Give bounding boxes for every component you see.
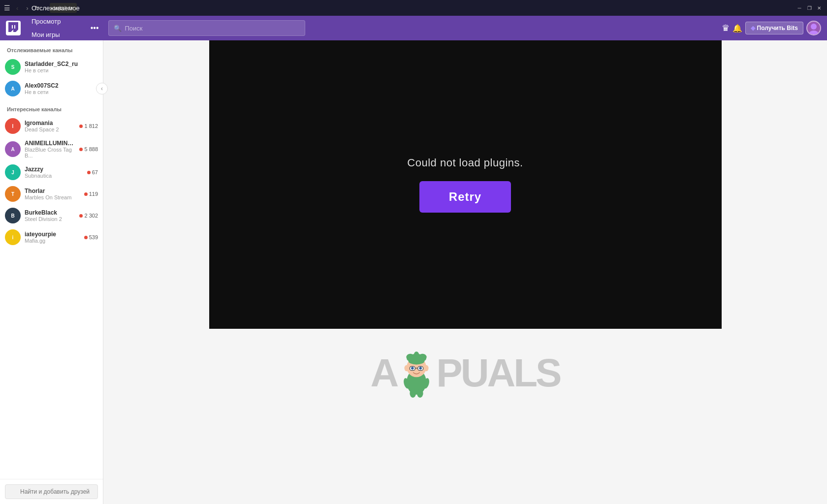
sidebar-channel[interactable]: T Thorlar Marbles On Stream 119 bbox=[0, 183, 103, 205]
restore-button[interactable]: ❐ bbox=[805, 4, 813, 12]
channel-viewers: 1 812 bbox=[79, 123, 98, 129]
channel-name: iateyourpie bbox=[25, 231, 80, 238]
channel-info: Alex007SC2 Не в сети bbox=[25, 82, 98, 95]
followed-channels-title: Отслеживаемые каналы bbox=[0, 40, 103, 56]
channel-status: Не в сети bbox=[25, 67, 98, 73]
nav-item-отслеживаемое[interactable]: Отслеживаемое bbox=[27, 1, 85, 15]
channel-game: Mafia.gg bbox=[25, 238, 80, 244]
channel-avatar: T bbox=[5, 186, 21, 202]
channel-name: Igromania bbox=[25, 120, 75, 126]
minimize-button[interactable]: ─ bbox=[795, 4, 803, 12]
channel-info: ANIMEILLUMINATI BlazBlue Cross Tag B... bbox=[25, 140, 75, 158]
svg-rect-0 bbox=[12, 25, 13, 29]
svg-point-15 bbox=[419, 367, 422, 369]
svg-point-20 bbox=[410, 388, 416, 397]
window-chrome: ☰ ‹ › ↻ twitch.tv ─ ❐ ✕ bbox=[0, 0, 827, 16]
channel-avatar: A bbox=[5, 141, 21, 157]
search-bar[interactable]: 🔍 bbox=[108, 20, 305, 36]
mascot bbox=[394, 348, 439, 398]
channel-game: Steel Division 2 bbox=[25, 216, 75, 222]
sidebar-channel[interactable]: B BurkeBlack Steel Division 2 2 302 bbox=[0, 205, 103, 226]
live-dot bbox=[79, 148, 83, 151]
sidebar-channel[interactable]: i iateyourpie Mafia.gg 539 bbox=[0, 226, 103, 248]
channel-name: ANIMEILLUMINATI bbox=[25, 140, 75, 147]
channel-name: BurkeBlack bbox=[25, 209, 75, 216]
channel-avatar: S bbox=[5, 59, 21, 75]
nav-item-мои-игры[interactable]: Мои игры bbox=[27, 28, 85, 41]
channel-avatar: A bbox=[5, 81, 21, 96]
retry-button[interactable]: Retry bbox=[419, 181, 511, 213]
channel-info: Jazzzy Subnautica bbox=[25, 166, 83, 179]
more-button[interactable]: ••• bbox=[87, 22, 103, 34]
watermark-logo: A bbox=[371, 348, 560, 398]
channel-avatar: J bbox=[5, 164, 21, 180]
get-bits-button[interactable]: ◆ Получить Bits bbox=[745, 22, 803, 34]
app: ИнтересноеОтслеживаемоеПросмотрМои игрыМ… bbox=[0, 16, 827, 504]
search-input[interactable] bbox=[125, 25, 300, 32]
channel-avatar: i bbox=[5, 229, 21, 245]
channel-status: Не в сети bbox=[25, 89, 98, 95]
channel-name: Jazzzy bbox=[25, 166, 83, 173]
watermark-char-a: A bbox=[371, 353, 397, 393]
svg-point-21 bbox=[417, 388, 423, 397]
channel-viewers: 67 bbox=[87, 169, 98, 175]
channel-viewers: 2 302 bbox=[79, 213, 98, 219]
interesting-channels-list: I Igromania Dead Space 2 1 812 A ANIMEIL… bbox=[0, 115, 103, 248]
svg-point-2 bbox=[811, 24, 817, 30]
sidebar-channel[interactable]: J Jazzzy Subnautica 67 bbox=[0, 161, 103, 183]
svg-rect-1 bbox=[14, 25, 15, 29]
bits-diamond-icon: ◆ bbox=[751, 25, 755, 32]
live-dot bbox=[79, 125, 83, 128]
close-button[interactable]: ✕ bbox=[815, 4, 823, 12]
svg-point-3 bbox=[809, 31, 819, 34]
sidebar-channel[interactable]: I Igromania Dead Space 2 1 812 bbox=[0, 115, 103, 137]
back-button[interactable]: ‹ bbox=[14, 3, 20, 13]
channel-info: iateyourpie Mafia.gg bbox=[25, 231, 80, 244]
content-area: Отслеживаемые каналы S Starladder_SC2_ru… bbox=[0, 40, 827, 504]
channel-avatar: B bbox=[5, 208, 21, 223]
live-dot bbox=[87, 171, 91, 174]
svg-point-14 bbox=[411, 367, 414, 369]
main-viewport: Could not load plugins. Retry A bbox=[103, 40, 827, 504]
video-player: Could not load plugins. Retry bbox=[209, 40, 722, 329]
svg-point-10 bbox=[414, 351, 419, 359]
channel-game: Marbles On Stream bbox=[25, 194, 80, 200]
svg-point-17 bbox=[424, 365, 429, 371]
sidebar-bottom: 🔍 bbox=[0, 479, 103, 504]
live-dot bbox=[79, 214, 83, 218]
twitch-logo[interactable] bbox=[6, 21, 21, 35]
notifications-bell[interactable]: 🔔 bbox=[732, 24, 742, 33]
watermark-area: A bbox=[103, 329, 827, 417]
channel-name: Thorlar bbox=[25, 188, 80, 194]
channel-avatar: I bbox=[5, 118, 21, 134]
channel-info: BurkeBlack Steel Division 2 bbox=[25, 209, 75, 222]
sidebar-channel[interactable]: S Starladder_SC2_ru Не в сети bbox=[0, 56, 103, 78]
navbar: ИнтересноеОтслеживаемоеПросмотрМои игрыМ… bbox=[0, 16, 827, 40]
window-controls: ─ ❐ ✕ bbox=[795, 4, 823, 12]
channel-viewers: 119 bbox=[84, 191, 98, 197]
sidebar-collapse-button[interactable]: ‹ bbox=[96, 83, 108, 94]
user-avatar[interactable] bbox=[806, 21, 821, 35]
nav-item-просмотр[interactable]: Просмотр bbox=[27, 15, 85, 28]
sidebar-channel[interactable]: A ANIMEILLUMINATI BlazBlue Cross Tag B..… bbox=[0, 137, 103, 161]
channel-game: Dead Space 2 bbox=[25, 126, 75, 132]
channel-viewers: 5 888 bbox=[79, 146, 98, 152]
hamburger-icon[interactable]: ☰ bbox=[4, 4, 10, 12]
sidebar-channel[interactable]: A Alex007SC2 Не в сети bbox=[0, 78, 103, 99]
channel-info: Igromania Dead Space 2 bbox=[25, 120, 75, 132]
svg-point-16 bbox=[405, 365, 409, 371]
channel-name: Alex007SC2 bbox=[25, 82, 98, 89]
sidebar: Отслеживаемые каналы S Starladder_SC2_ru… bbox=[0, 40, 103, 504]
channel-game: BlazBlue Cross Tag B... bbox=[25, 147, 75, 158]
search-icon: 🔍 bbox=[114, 25, 122, 32]
live-dot bbox=[84, 236, 88, 239]
watermark-text-puals: PUALS bbox=[436, 353, 560, 393]
channel-viewers: 539 bbox=[84, 234, 98, 240]
error-message: Could not load plugins. bbox=[407, 157, 523, 169]
navbar-right: ♛ 🔔 ◆ Получить Bits bbox=[722, 21, 821, 35]
channel-game: Subnautica bbox=[25, 173, 83, 179]
crown-icon[interactable]: ♛ bbox=[722, 23, 730, 33]
find-friends-input[interactable] bbox=[5, 484, 98, 499]
channel-info: Thorlar Marbles On Stream bbox=[25, 188, 80, 200]
channel-info: Starladder_SC2_ru Не в сети bbox=[25, 61, 98, 73]
